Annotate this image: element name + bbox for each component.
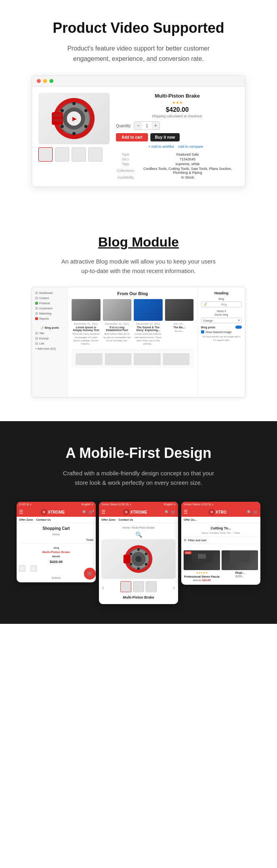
prev-arrow[interactable]: ‹ bbox=[102, 584, 104, 591]
cart-icon-cart[interactable]: 🛒1 bbox=[89, 510, 93, 514]
shipping-text: Shipping calculated at checkout. bbox=[116, 114, 239, 118]
hamburger-icon-cart[interactable]: ☰ bbox=[19, 509, 23, 515]
price-2: $150... bbox=[235, 575, 244, 578]
cutting-product-grid: Sale ★★★★★ Professional Stereo Fascia $2… bbox=[184, 546, 258, 582]
bottom-placeholder-3 bbox=[134, 353, 161, 365]
blog-posts-label: Blog posts bbox=[201, 326, 242, 329]
blog-post-img-3 bbox=[134, 299, 163, 321]
add-compare-link[interactable]: Add to compare bbox=[178, 145, 203, 149]
nav-contact-us-product[interactable]: Contact Us bbox=[118, 518, 133, 521]
sidebar-blog-item-3[interactable]: Link bbox=[34, 341, 65, 346]
meta-tags: supreme, white bbox=[137, 162, 238, 166]
sidebar-icon-1 bbox=[35, 292, 38, 294]
bottom-placeholder-4 bbox=[163, 353, 190, 365]
section-mobile-title: A Mobile-First Design bbox=[16, 445, 261, 461]
search-icon-product[interactable]: 🔍 bbox=[165, 510, 169, 514]
phones-row: (USD $) ∨ English ∨ ☰ ⊙ XTROME 🔍 🛒1 Offe… bbox=[16, 502, 261, 604]
thumb-1[interactable] bbox=[38, 147, 53, 162]
product-price: $420.00 bbox=[116, 106, 239, 113]
phone-cutting-body: Cutting To... Home / Cordless Tools / Dr… bbox=[181, 523, 260, 585]
panel-heading: Heading bbox=[201, 291, 242, 295]
cart-icon-cutting[interactable]: 🛒 bbox=[253, 510, 258, 514]
thumb-3[interactable] bbox=[72, 147, 86, 162]
phone-cart-topbar-left: (USD $) ∨ bbox=[19, 503, 32, 506]
sidebar-item-6[interactable]: Reports bbox=[34, 316, 65, 321]
blog-post-date-1: December 31, 2021 bbox=[72, 322, 101, 325]
blog-post-date-4: Dec 10... bbox=[165, 322, 194, 325]
hamburger-icon-cutting[interactable]: ☰ bbox=[184, 509, 188, 515]
mini-brake-svg bbox=[123, 543, 154, 575]
cart-fab[interactable]: 🛒 bbox=[84, 568, 96, 580]
phone-cart-icons: 🔍 🛒1 bbox=[82, 510, 93, 514]
phone-thumb-2[interactable] bbox=[133, 581, 144, 592]
panel-blog-input[interactable]: 📝 Blog bbox=[201, 301, 242, 307]
cart-divider bbox=[19, 543, 93, 544]
filter-bar[interactable]: ⚙ Filter and sort bbox=[184, 537, 258, 544]
phone-cart: (USD $) ∨ English ∨ ☰ ⊙ XTROME 🔍 🛒1 Offe… bbox=[17, 502, 96, 582]
svg-point-16 bbox=[135, 556, 142, 562]
toggle-switch[interactable] bbox=[235, 326, 242, 329]
buy-now-button[interactable]: Buy it now bbox=[150, 133, 180, 141]
blog-bottom-row bbox=[72, 350, 194, 368]
add-wishlist-link[interactable]: + Add to wishlist bbox=[148, 145, 174, 149]
sidebar-icon-6 bbox=[35, 317, 38, 320]
thumb-4[interactable] bbox=[88, 147, 102, 162]
sidebar-section-blog: 📝 Blog posts bbox=[34, 325, 65, 331]
nav-contact-us-cart[interactable]: Contact Us bbox=[36, 518, 51, 521]
svg-point-21 bbox=[130, 563, 132, 565]
panel-checkbox-row: Show featured image bbox=[201, 330, 242, 333]
phone-product-navbar: ☰ ⊙ XTROME 🔍 🛒 bbox=[99, 507, 178, 517]
meta-sku: 71543545 bbox=[137, 157, 238, 161]
phone-cutting-navbar: ☰ ⊙ XTRO 🔍 🛒 bbox=[181, 507, 260, 517]
blog-input-icon: 📝 bbox=[203, 303, 207, 306]
phone-cutting-logo: ⊙ XTRO bbox=[209, 509, 227, 515]
thumb-2[interactable] bbox=[55, 147, 69, 162]
svg-point-22 bbox=[130, 553, 132, 555]
section-mobile-subtitle: Crafted with a mobile-friendly design co… bbox=[16, 469, 261, 488]
blog-post-date-2: December 31, 2021 bbox=[103, 322, 132, 325]
phone-product-topbar: United States (USD $) ∨ English ∨ bbox=[99, 502, 178, 507]
nav-offer-zone-cutting[interactable]: Offer Zo... bbox=[184, 518, 197, 521]
sidebar-blog-item-1[interactable]: Title bbox=[34, 331, 65, 336]
blog-post-title-1: Lorem Ipsum is Simply Dummy Text bbox=[72, 326, 101, 331]
nav-offer-zone-cart[interactable]: Offer Zone bbox=[19, 518, 33, 521]
panel-checkbox-label: Show featured image bbox=[205, 331, 231, 333]
sidebar-blog-item-4[interactable]: + Add more (0/2) bbox=[34, 346, 65, 351]
product-details: Multi-Piston Brake ★★★ $420.00 Shipping … bbox=[116, 93, 239, 180]
cart-qty-minus[interactable]: − bbox=[19, 565, 25, 572]
search-icon-cart[interactable]: 🔍 bbox=[82, 510, 87, 514]
dot-red bbox=[37, 79, 41, 83]
next-arrow[interactable]: › bbox=[173, 584, 175, 591]
blog-post-1: December 31, 2021 Lorem Ipsum is Simply … bbox=[72, 299, 101, 346]
qty-minus[interactable]: − bbox=[134, 122, 142, 130]
sidebar-item-2[interactable]: Content bbox=[34, 296, 65, 301]
cart-qty-plus[interactable]: + bbox=[30, 565, 37, 572]
panel-change-select[interactable]: Change ▾ bbox=[201, 318, 242, 323]
sidebar-item-3[interactable]: Products bbox=[34, 301, 65, 306]
phone-product-topbar-left: United States (USD $) ∨ bbox=[101, 503, 131, 506]
cart-icon-product[interactable]: 🛒 bbox=[171, 510, 176, 514]
section-mobile: A Mobile-First Design Crafted with a mob… bbox=[0, 421, 277, 624]
browser-content: Multi-Piston Brake ★★★ $420.00 Shipping … bbox=[32, 87, 245, 186]
qty-plus[interactable]: + bbox=[152, 122, 159, 130]
phone-thumb-3[interactable] bbox=[146, 581, 157, 592]
product-meta-table: TypeFeatured Sale SKU71543545 Tagssuprem… bbox=[116, 152, 239, 180]
panel-checkbox[interactable] bbox=[201, 330, 204, 333]
phone-thumb-1[interactable] bbox=[120, 581, 131, 592]
sidebar-blog-icon-1 bbox=[35, 332, 38, 335]
search-icon-cutting[interactable]: 🔍 bbox=[247, 510, 252, 514]
nav-offer-zone-product[interactable]: Offer Zone bbox=[101, 518, 115, 521]
sidebar-item-5[interactable]: Marketing bbox=[34, 311, 65, 316]
product-zoom-icon[interactable]: 🔍 bbox=[101, 531, 176, 538]
hamburger-icon-product[interactable]: ☰ bbox=[101, 509, 106, 515]
blog-main-area: From Our Blog December 31, 2021 Lorem Ip… bbox=[68, 287, 197, 397]
play-button[interactable] bbox=[67, 111, 81, 126]
quantity-row: Quantity − 1 + bbox=[116, 121, 239, 130]
add-to-cart-button[interactable]: Add to cart bbox=[116, 133, 148, 141]
quantity-control[interactable]: − 1 + bbox=[134, 121, 160, 130]
sidebar-blog-item-2[interactable]: Excerpt bbox=[34, 336, 65, 341]
product-name: Multi-Piston Brake bbox=[116, 93, 239, 99]
sidebar-item-4[interactable]: Customers bbox=[34, 306, 65, 311]
cutting-breadcrumb: Home / Cordless Tools / Dri... / Tools bbox=[184, 532, 258, 534]
section-video: Product Video Supported Product's featur… bbox=[0, 0, 277, 211]
